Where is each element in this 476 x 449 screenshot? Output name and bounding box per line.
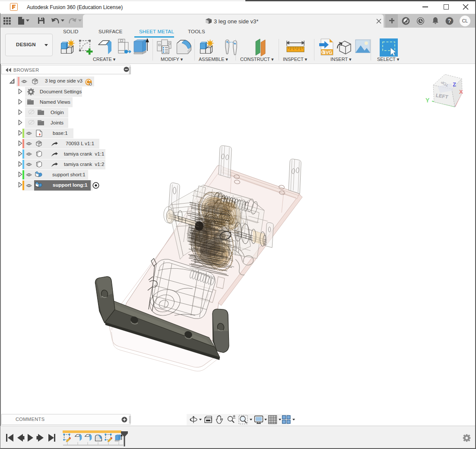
svg-text:?: ? [448,18,451,24]
svg-text:Y: Y [425,97,430,104]
svg-text:X: X [459,89,463,95]
svg-text:Z: Z [453,81,456,88]
svg-text:SVG: SVG [323,50,332,55]
